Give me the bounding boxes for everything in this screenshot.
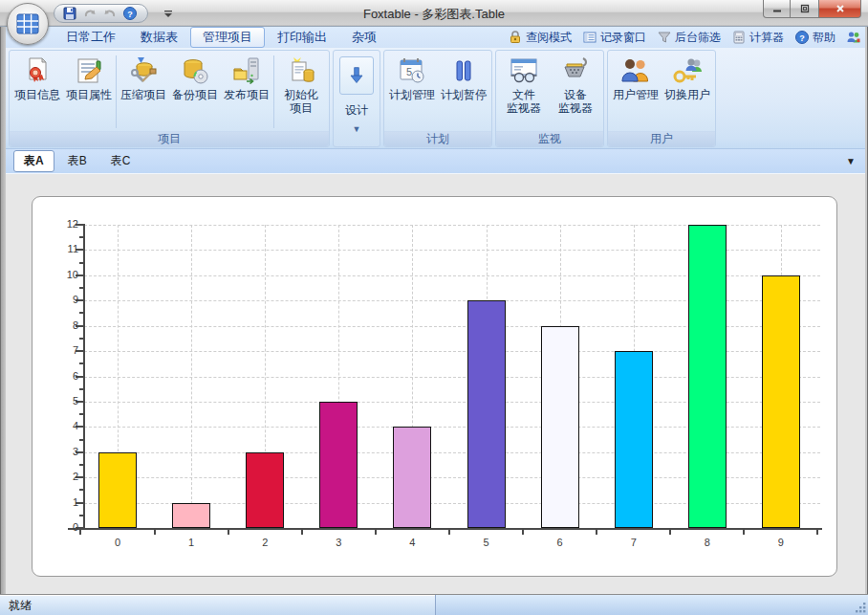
svg-text:5: 5 (406, 66, 412, 77)
x-tick (596, 530, 597, 535)
chart-panel: 01234567891011120123456789 (32, 196, 837, 577)
x-tick-label: 8 (688, 537, 727, 548)
x-tick-label: 7 (615, 537, 653, 548)
bar-cat-0 (98, 452, 137, 528)
y-tick-minor (79, 413, 83, 415)
y-tick-minor (79, 236, 83, 238)
ribbon-group-monitor: 文件 监视器设备 监视器监视 (495, 50, 604, 147)
sheet-tab-sheet-a[interactable]: 表A (13, 150, 54, 172)
x-tick-label: 5 (467, 537, 506, 548)
bar-cat-8 (688, 225, 727, 528)
redo-icon[interactable] (102, 6, 118, 21)
y-tick-label: 5 (42, 395, 78, 406)
ribbon-tab-manage-project[interactable]: 管理项目 (190, 27, 265, 48)
close-button[interactable] (818, 0, 861, 18)
db-tools-icon (128, 55, 159, 86)
x-tick-label: 9 (762, 537, 800, 548)
bar-cat-6 (541, 326, 579, 528)
sheet-tab-sheet-c[interactable]: 表C (100, 150, 141, 172)
bar-cat-7 (615, 351, 653, 528)
x-tick (743, 530, 745, 535)
plan-manage-button[interactable]: 5计划管理 (386, 53, 438, 101)
tool-calculator[interactable]: 计算器 (731, 30, 784, 46)
ribbon-tab-data-table[interactable]: 数据表 (128, 27, 190, 48)
y-tick-minor (79, 439, 83, 441)
bar-cat-9 (762, 275, 800, 528)
save-icon[interactable] (62, 6, 77, 21)
x-tick-label: 4 (393, 537, 431, 548)
x-tick-label: 0 (98, 537, 137, 548)
compress-project-button[interactable]: 压缩项目 (118, 53, 169, 101)
minimize-button[interactable] (763, 0, 791, 18)
ribbon-tab-print-output[interactable]: 打印输出 (265, 27, 339, 48)
tool-review-mode[interactable]: 查阅模式 (508, 30, 572, 46)
project-info-button[interactable]: 项目信息 (11, 53, 63, 101)
publish-project-button[interactable]: 发布项目 (221, 53, 272, 101)
compress-project-label: 压缩项目 (120, 88, 166, 101)
tool-record-window-label: 记录窗口 (600, 30, 646, 46)
group-caption-monitor: 监视 (496, 131, 603, 146)
undo-icon[interactable] (82, 6, 98, 21)
ribbon-body: 项目信息项目属性压缩项目备份项目发布项目初始化 项目项目设计▼5计划管理计划暂停… (6, 48, 865, 149)
sheet-tabs: 表A表B表C (13, 150, 141, 172)
publish-icon (231, 55, 262, 86)
quick-access-toolbar: ? (54, 4, 148, 23)
backup-project-button[interactable]: 备份项目 (169, 53, 221, 101)
tool-background-filter[interactable]: 后台筛选 (657, 30, 721, 46)
init-project-button[interactable]: 初始化 项目 (275, 53, 327, 115)
x-tick-label: 2 (246, 537, 284, 548)
y-tick-label: 8 (42, 319, 78, 331)
restore-button[interactable] (791, 0, 818, 18)
resize-grip[interactable] (855, 602, 867, 614)
help-icon[interactable]: ? (122, 6, 138, 21)
status-text: 就绪 (0, 595, 436, 615)
sheet-tab-strip: 表A表B表C ▼ (6, 149, 865, 174)
group-separator (273, 55, 274, 128)
design-label: 设计 (345, 102, 368, 119)
ribbon-tab-row: 日常工作数据表管理项目打印输出杂项 查阅模式记录窗口后台筛选计算器?帮助 (6, 27, 865, 48)
ribbon-group-plan: 5计划管理计划暂停计划 (383, 50, 492, 147)
chevron-down-icon[interactable]: ▼ (846, 156, 856, 166)
x-tick (522, 530, 524, 535)
ribbon-group-user: 用户管理切换用户用户 (607, 50, 716, 147)
ribbon-tab-misc[interactable]: 杂项 (339, 27, 389, 48)
device-monitor-button[interactable]: 设备 监视器 (550, 53, 601, 115)
switch-user-button[interactable]: 切换用户 (662, 53, 713, 101)
y-tick-label: 10 (42, 269, 78, 280)
chevron-down-icon[interactable]: ▼ (353, 124, 361, 134)
y-tick-minor (79, 489, 83, 491)
design-button[interactable] (339, 56, 374, 95)
file-monitor-button[interactable]: 文件 监视器 (498, 53, 550, 115)
status-bar: 就绪 (0, 594, 868, 615)
ribbon-tab-daily-work[interactable]: 日常工作 (54, 27, 128, 48)
tool-help[interactable]: ?帮助 (794, 30, 835, 46)
table-grid-icon (16, 13, 39, 34)
backup-project-label: 备份项目 (172, 88, 218, 101)
y-tick-label: 12 (42, 218, 78, 230)
plan-pause-button[interactable]: 计划暂停 (438, 53, 489, 101)
bar-cat-3 (319, 402, 358, 528)
y-axis (83, 224, 85, 530)
app-menu-button[interactable] (7, 3, 49, 45)
tool-review-mode-label: 查阅模式 (526, 30, 572, 46)
sheet-tab-sheet-b[interactable]: 表B (57, 150, 98, 172)
ribbon-group-design: 设计▼ (333, 50, 380, 147)
calendar-icon: 5 (397, 55, 427, 86)
user-manage-button[interactable]: 用户管理 (610, 53, 662, 101)
tool-record-window[interactable]: 记录窗口 (582, 30, 646, 46)
plan-manage-label: 计划管理 (389, 88, 435, 101)
init-project-label: 初始化 项目 (284, 88, 318, 115)
x-tick-label: 6 (541, 537, 579, 548)
status-right-panel (437, 595, 868, 615)
plan-pause-label: 计划暂停 (441, 88, 487, 101)
quick-access-dropdown[interactable] (161, 6, 176, 21)
bar-cat-1 (172, 503, 210, 528)
file-monitor-icon (509, 55, 539, 86)
lock-icon (508, 30, 523, 45)
y-tick-label: 6 (42, 370, 78, 382)
x-tick (669, 530, 671, 535)
y-tick-label: 9 (42, 294, 78, 305)
tool-online-users[interactable] (846, 30, 861, 45)
bar-cat-2 (246, 452, 284, 528)
project-properties-button[interactable]: 项目属性 (63, 53, 115, 101)
